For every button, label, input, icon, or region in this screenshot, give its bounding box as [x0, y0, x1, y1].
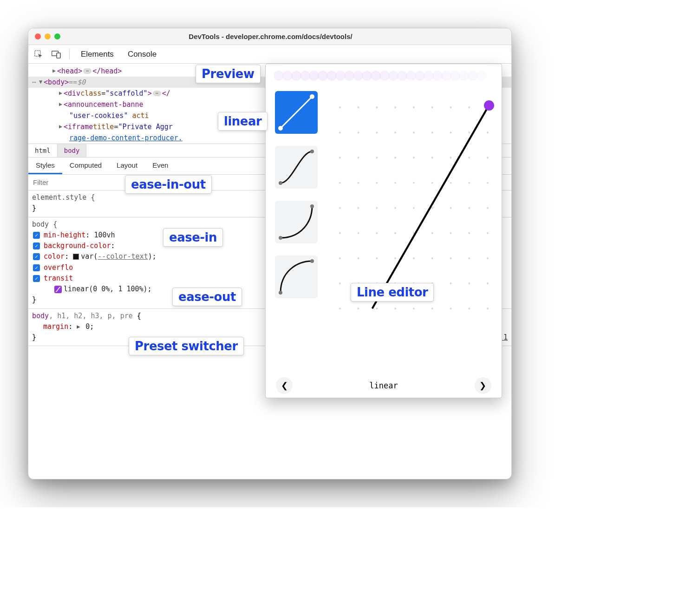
svg-point-60 [394, 232, 396, 234]
svg-line-3 [281, 97, 312, 128]
ellipsis-icon[interactable]: ⋯ [83, 68, 91, 74]
preset-linear[interactable] [275, 91, 318, 134]
svg-point-63 [450, 232, 452, 234]
annotation-preview: Preview [196, 65, 261, 83]
color-swatch-icon[interactable] [73, 254, 79, 260]
svg-point-27 [450, 131, 452, 133]
svg-point-55 [468, 207, 470, 209]
next-preset-button[interactable]: ❯ [475, 377, 491, 394]
preset-ease-out[interactable] [275, 256, 318, 298]
svg-point-62 [431, 232, 433, 234]
svg-point-88 [413, 308, 415, 309]
devtools-window: DevTools - developer.chrome.com/docs/dev… [28, 28, 512, 479]
svg-point-54 [450, 207, 452, 209]
svg-point-47 [487, 182, 489, 183]
prev-preset-button[interactable]: ❮ [276, 377, 293, 394]
svg-point-58 [358, 232, 359, 234]
svg-point-14 [376, 106, 378, 108]
window-title: DevTools - developer.chrome.com/docs/dev… [60, 33, 481, 40]
preset-ease-in[interactable] [275, 201, 318, 243]
inspect-element-icon[interactable] [34, 50, 43, 59]
svg-point-8 [279, 236, 282, 240]
easing-preview-strip [266, 64, 502, 87]
svg-point-30 [339, 157, 341, 158]
svg-point-87 [394, 308, 396, 309]
svg-point-32 [376, 157, 378, 158]
curve-handle-end[interactable] [484, 100, 494, 111]
close-window-button[interactable] [35, 33, 41, 39]
svg-point-10 [279, 291, 282, 295]
checkbox-icon[interactable]: ✓ [33, 275, 40, 282]
svg-point-68 [376, 257, 378, 259]
breadcrumb-html[interactable]: html [28, 144, 58, 157]
svg-point-21 [339, 131, 341, 133]
svg-point-38 [487, 157, 489, 158]
svg-point-25 [413, 131, 415, 133]
easing-editor-popover: ❮ linear ❯ [265, 64, 502, 398]
svg-point-56 [487, 207, 489, 209]
svg-point-12 [339, 106, 341, 108]
svg-point-45 [450, 182, 452, 183]
annotation-ease-out: ease-out [172, 288, 242, 306]
tab-computed[interactable]: Computed [62, 157, 109, 174]
traffic-lights [35, 33, 60, 39]
svg-point-24 [394, 131, 396, 133]
svg-point-81 [450, 282, 452, 284]
annotation-line-editor: Line editor [351, 283, 434, 301]
svg-point-75 [339, 282, 341, 284]
svg-point-53 [431, 207, 433, 209]
checkbox-icon[interactable]: ✓ [33, 253, 40, 260]
device-toolbar-icon[interactable] [52, 50, 61, 59]
tab-console[interactable]: Console [125, 46, 159, 63]
toolbar-divider [69, 49, 70, 59]
svg-point-18 [450, 106, 452, 108]
svg-point-65 [487, 232, 489, 234]
easing-preset-column [275, 87, 318, 369]
svg-point-51 [394, 207, 396, 209]
breadcrumb-body[interactable]: body [58, 144, 87, 157]
svg-point-85 [358, 308, 359, 309]
svg-point-35 [431, 157, 433, 158]
fullscreen-window-button[interactable] [54, 33, 60, 39]
tab-event-listeners[interactable]: Even [145, 157, 176, 174]
svg-point-36 [450, 157, 452, 158]
svg-point-82 [468, 282, 470, 284]
svg-point-72 [450, 257, 452, 259]
svg-point-4 [278, 126, 283, 131]
svg-point-74 [487, 257, 489, 259]
svg-point-40 [358, 182, 359, 183]
svg-point-48 [339, 207, 341, 209]
svg-point-17 [431, 106, 433, 108]
svg-point-91 [468, 308, 470, 309]
preset-ease-in-out[interactable] [275, 146, 318, 189]
bezier-swatch-icon[interactable] [54, 286, 62, 293]
svg-point-23 [376, 131, 378, 133]
tab-elements[interactable]: Elements [78, 46, 117, 63]
chevron-right-icon: ❯ [479, 380, 486, 391]
ellipsis-icon[interactable]: ⋯ [153, 91, 161, 96]
svg-point-26 [431, 131, 433, 133]
svg-point-31 [358, 157, 359, 158]
svg-point-11 [310, 259, 314, 263]
easing-curve-editor[interactable] [326, 87, 492, 369]
annotation-ease-in: ease-in [163, 228, 223, 247]
svg-line-93 [372, 107, 488, 308]
checkbox-icon[interactable]: ✓ [33, 264, 40, 271]
tab-layout[interactable]: Layout [109, 157, 145, 174]
svg-rect-2 [57, 53, 60, 58]
tab-styles[interactable]: Styles [28, 157, 62, 174]
preview-ball [477, 71, 487, 81]
svg-point-28 [468, 131, 470, 133]
svg-point-92 [487, 308, 489, 309]
svg-point-44 [431, 182, 433, 183]
svg-point-19 [468, 106, 470, 108]
svg-point-42 [394, 182, 396, 183]
svg-point-43 [413, 182, 415, 183]
svg-point-90 [450, 308, 452, 309]
minimize-window-button[interactable] [45, 33, 51, 39]
svg-point-37 [468, 157, 470, 158]
preset-switcher: ❮ linear ❯ [266, 374, 502, 398]
checkbox-icon[interactable]: ✓ [33, 242, 40, 249]
svg-point-84 [339, 308, 341, 309]
checkbox-icon[interactable]: ✓ [33, 232, 40, 239]
